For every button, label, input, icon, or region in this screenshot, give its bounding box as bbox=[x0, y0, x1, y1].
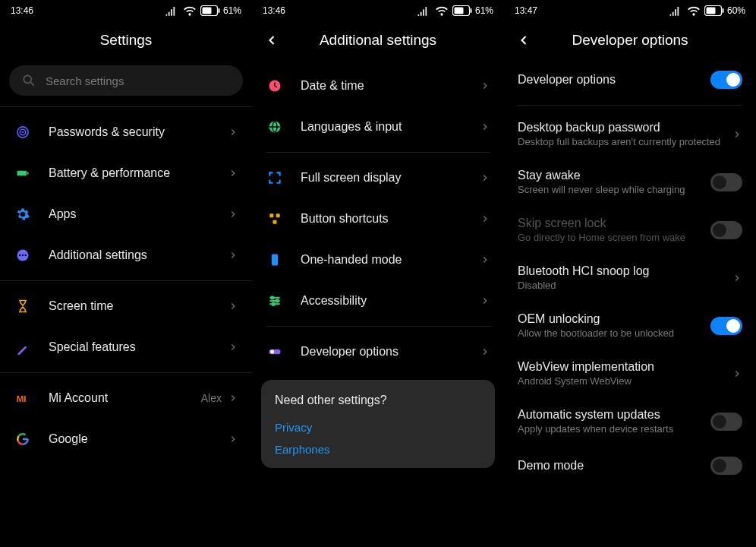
battery-icon-status bbox=[200, 5, 220, 16]
svg-rect-1 bbox=[202, 8, 211, 14]
row-label: One-handed mode bbox=[301, 253, 480, 267]
svg-rect-23 bbox=[470, 8, 471, 13]
row-webview-implementation[interactable]: WebView implementation Android System We… bbox=[504, 349, 756, 397]
row-sublabel: Disabled bbox=[518, 280, 732, 291]
row-label: Stay awake bbox=[518, 169, 710, 182]
page-title: Developer options bbox=[572, 32, 688, 49]
phone-icon bbox=[267, 252, 282, 267]
chevron-right-icon bbox=[228, 250, 238, 261]
row-label: Skip screen lock bbox=[518, 217, 710, 230]
wifi-icon bbox=[686, 3, 701, 18]
search-input[interactable]: Search settings bbox=[9, 65, 243, 96]
back-button[interactable] bbox=[516, 33, 531, 48]
status-time: 13:46 bbox=[11, 5, 33, 16]
row-google[interactable]: Google bbox=[0, 419, 252, 460]
row-desktop-backup-password[interactable]: Desktop backup password Desktop full bac… bbox=[504, 110, 756, 158]
svg-point-7 bbox=[22, 131, 24, 134]
row-date-time[interactable]: Date & time bbox=[252, 65, 504, 106]
row-label: OEM unlocking bbox=[518, 312, 710, 326]
divider bbox=[266, 152, 490, 153]
row-bluetooth-hci-snoop-log[interactable]: Bluetooth HCI snoop log Disabled bbox=[504, 254, 756, 302]
battery-icon-status bbox=[452, 5, 472, 16]
row-one-handed-mode[interactable]: One-handed mode bbox=[252, 239, 504, 280]
row-label: Apps bbox=[49, 207, 228, 221]
toggle-switch[interactable] bbox=[710, 457, 742, 475]
row-passwords-security[interactable]: Passwords & security bbox=[0, 112, 252, 153]
toggle-switch[interactable] bbox=[710, 413, 742, 431]
chevron-right-icon bbox=[480, 255, 490, 265]
row-additional-settings[interactable]: Additional settings bbox=[0, 235, 252, 276]
chevron-right-icon bbox=[480, 81, 490, 91]
row-button-shortcuts[interactable]: Button shortcuts bbox=[252, 198, 504, 239]
toggle-switch[interactable] bbox=[710, 71, 742, 89]
hourglass-icon bbox=[15, 299, 30, 314]
svg-rect-20 bbox=[23, 438, 28, 441]
row-sublabel: Android System WebView bbox=[518, 375, 732, 387]
chevron-right-icon bbox=[228, 434, 238, 444]
svg-rect-29 bbox=[276, 213, 280, 217]
battery-percent: 60% bbox=[727, 5, 745, 16]
chevron-right-icon bbox=[228, 342, 238, 353]
row-developer-options-toggle[interactable]: Developer options bbox=[504, 59, 756, 100]
row-sublabel: Allow the bootloader to be unlocked bbox=[518, 327, 710, 339]
search-placeholder: Search settings bbox=[46, 74, 124, 87]
row-stay-awake[interactable]: Stay awake Screen will never sleep while… bbox=[504, 158, 756, 206]
settings-screen: 13:46 61% Settings Search settings Passw… bbox=[0, 0, 252, 547]
row-label: Developer options bbox=[518, 73, 710, 87]
row-value: Alex bbox=[201, 392, 222, 404]
row-label: Battery & performance bbox=[49, 166, 228, 180]
row-languages-input[interactable]: Languages & input bbox=[252, 106, 504, 147]
toggle-switch[interactable] bbox=[710, 317, 742, 335]
row-automatic-system-updates[interactable]: Automatic system updates Apply updates w… bbox=[504, 397, 756, 445]
mi-icon: MI bbox=[15, 390, 30, 406]
row-mi-account[interactable]: MI Mi Account Alex bbox=[0, 378, 252, 419]
row-demo-mode[interactable]: Demo mode bbox=[504, 445, 756, 486]
row-label: WebView implementation bbox=[518, 360, 732, 374]
row-label: Accessibility bbox=[301, 294, 480, 308]
chevron-right-icon bbox=[480, 296, 490, 306]
row-label: Button shortcuts bbox=[301, 212, 480, 226]
sliders-icon bbox=[267, 293, 282, 308]
row-battery-performance[interactable]: Battery & performance bbox=[0, 153, 252, 194]
row-label: Mi Account bbox=[49, 391, 201, 405]
card-link-privacy[interactable]: Privacy bbox=[275, 421, 481, 434]
chevron-right-icon bbox=[228, 301, 238, 311]
row-sublabel: Apply updates when device restarts bbox=[518, 423, 710, 435]
row-screen-time[interactable]: Screen time bbox=[0, 286, 252, 327]
status-bar: 13:47 60% bbox=[504, 0, 756, 21]
clock-icon bbox=[267, 78, 282, 93]
svg-point-3 bbox=[24, 75, 31, 83]
divider bbox=[0, 372, 252, 373]
row-oem-unlocking[interactable]: OEM unlocking Allow the bootloader to be… bbox=[504, 302, 756, 349]
row-label: Bluetooth HCI snoop log bbox=[518, 264, 732, 278]
divider bbox=[518, 105, 742, 106]
row-accessibility[interactable]: Accessibility bbox=[252, 280, 504, 321]
chevron-left-icon bbox=[516, 33, 531, 48]
dots-icon bbox=[15, 248, 30, 263]
chevron-right-icon bbox=[228, 393, 238, 403]
row-sublabel: Go directly to Home screen from wake bbox=[518, 232, 710, 243]
row-label: Desktop backup password bbox=[518, 121, 732, 134]
back-button[interactable] bbox=[264, 33, 279, 48]
row-label: Languages & input bbox=[301, 120, 480, 134]
chevron-right-icon bbox=[228, 127, 238, 138]
developer-options-screen: 13:47 60% Developer options Developer op… bbox=[504, 0, 756, 547]
wand-icon bbox=[15, 340, 30, 355]
row-developer-options[interactable]: Developer options bbox=[252, 331, 504, 372]
chevron-right-icon bbox=[228, 209, 238, 220]
row-full-screen-display[interactable]: Full screen display bbox=[252, 157, 504, 198]
row-label: Developer options bbox=[301, 345, 480, 359]
row-label: Passwords & security bbox=[49, 125, 228, 139]
chevron-right-icon bbox=[732, 273, 742, 283]
row-special-features[interactable]: Special features bbox=[0, 327, 252, 368]
battery-icon-status bbox=[704, 5, 724, 16]
row-sublabel: Screen will never sleep while charging bbox=[518, 184, 710, 195]
svg-rect-8 bbox=[17, 171, 27, 176]
row-apps[interactable]: Apps bbox=[0, 194, 252, 235]
svg-rect-30 bbox=[273, 220, 277, 224]
battery-icon bbox=[15, 166, 30, 181]
signal-icon bbox=[164, 3, 179, 18]
header: Developer options bbox=[504, 21, 756, 59]
card-link-earphones[interactable]: Earphones bbox=[275, 443, 481, 456]
toggle-switch[interactable] bbox=[710, 173, 742, 191]
